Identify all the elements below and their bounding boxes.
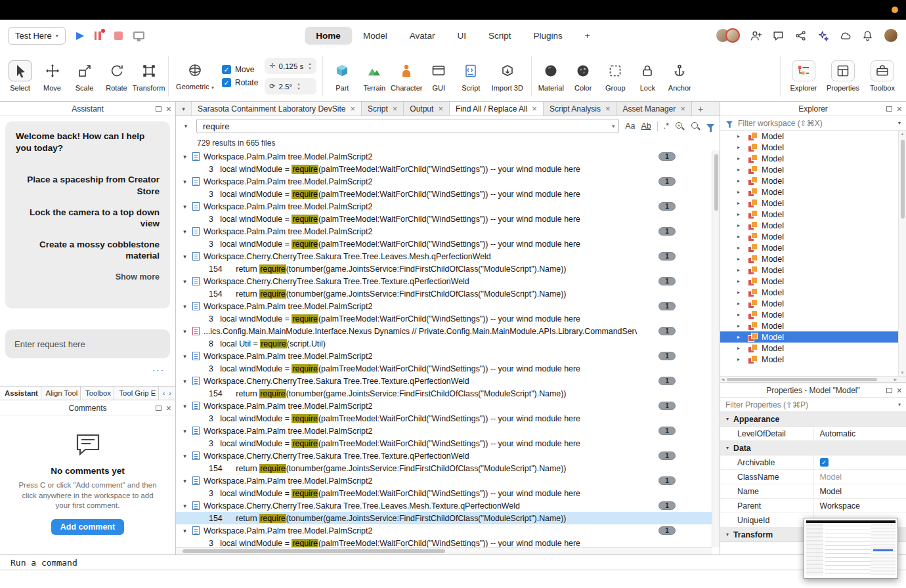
- caret-right-icon[interactable]: ▸: [737, 144, 743, 150]
- property-value[interactable]: Model: [813, 484, 906, 498]
- caret-right-icon[interactable]: ▸: [737, 289, 743, 295]
- chevron-down-icon[interactable]: ▾: [898, 120, 901, 126]
- explorer-item-model[interactable]: ▸Model: [720, 276, 898, 287]
- float-panel-icon[interactable]: [156, 406, 162, 411]
- search-result-line[interactable]: 3 local windModule = require(palmTreeMod…: [176, 312, 712, 325]
- results-vertical-scrollbar[interactable]: [712, 150, 720, 547]
- menu-tab-avatar[interactable]: Avatar: [399, 27, 446, 45]
- scroll-right-arrow[interactable]: ▶: [894, 377, 897, 383]
- lock-button[interactable]: Lock: [632, 60, 664, 92]
- caret-down-icon[interactable]: ▾: [181, 228, 188, 235]
- caret-right-icon[interactable]: ▸: [737, 312, 743, 318]
- collapse-all-results-icon[interactable]: ▾: [181, 123, 190, 129]
- insert-terrain-button[interactable]: Terrain: [358, 60, 391, 92]
- caret-down-icon[interactable]: ▾: [181, 478, 188, 484]
- explorer-horizontal-scrollbar[interactable]: ◀ ▶: [720, 376, 906, 383]
- panel-tab-tool-grip-e[interactable]: Tool Grip E: [114, 387, 158, 400]
- caret-right-icon[interactable]: ▸: [737, 245, 743, 251]
- filter-results-icon[interactable]: [706, 124, 714, 129]
- comments-panel-header[interactable]: Comments ×: [0, 401, 175, 415]
- explorer-item-model[interactable]: ▸Model: [720, 287, 898, 298]
- match-case-toggle[interactable]: Aa: [625, 121, 635, 131]
- caret-down-icon[interactable]: ▾: [181, 253, 188, 260]
- caret-down-icon[interactable]: ▾: [181, 328, 188, 335]
- caret-down-icon[interactable]: ▾: [726, 445, 729, 451]
- explorer-item-model[interactable]: ▸Model: [720, 220, 898, 231]
- close-icon[interactable]: ×: [438, 104, 443, 113]
- property-row-parent[interactable]: ParentWorkspace: [720, 499, 906, 513]
- property-row-levelofdetail[interactable]: LevelOfDetailAutomatic: [720, 427, 906, 441]
- panel-tab-align-tool[interactable]: Align Tool: [41, 387, 81, 400]
- editor-tab-output[interactable]: Output×: [404, 102, 450, 116]
- caret-right-icon[interactable]: ▸: [737, 234, 743, 240]
- search-result-line[interactable]: 8 local Util = require(script.Util): [176, 337, 712, 350]
- property-value[interactable]: Workspace: [813, 499, 906, 513]
- tool-rotate[interactable]: Rotate: [100, 60, 133, 92]
- search-result-line[interactable]: 3 local windModule = require(palmTreeMod…: [176, 213, 712, 225]
- menu-tab-model[interactable]: Model: [352, 27, 399, 45]
- assistant-suggestion[interactable]: Lock the camera to a top down view: [18, 207, 160, 230]
- explorer-panel-header[interactable]: Explorer ×: [720, 102, 906, 116]
- toggle-toolbox-button[interactable]: Toolbox: [863, 60, 902, 92]
- caret-right-icon[interactable]: ▸: [737, 267, 743, 273]
- search-result-line[interactable]: 154 return require(tonumber(game.JointsS…: [176, 512, 712, 524]
- rotate-increment-stepper[interactable]: ⟳ 2.5° ▲▼: [265, 78, 316, 94]
- float-panel-icon[interactable]: [156, 106, 162, 112]
- editor-tab-script-analysis[interactable]: Script Analysis×: [544, 102, 617, 116]
- explorer-item-model[interactable]: ▸Model: [720, 331, 898, 343]
- close-icon[interactable]: ×: [532, 104, 537, 113]
- search-result-header[interactable]: ▾Workspace.Cherry.CherryTree.Sakura Tree…: [176, 250, 712, 262]
- explorer-item-model[interactable]: ▸Model: [720, 231, 898, 242]
- invite-collaborator-icon[interactable]: [750, 30, 762, 42]
- explorer-item-model[interactable]: ▸Model: [720, 354, 898, 365]
- caret-down-icon[interactable]: ▾: [181, 178, 188, 185]
- caret-right-icon[interactable]: ▸: [737, 256, 743, 262]
- caret-right-icon[interactable]: ▸: [737, 278, 743, 284]
- search-icon[interactable]: [691, 121, 701, 131]
- editor-tab-sarasota-containment-laboratory-devsite[interactable]: Sarasota Containment Laboratory DevSite×: [192, 102, 362, 116]
- search-settings-icon[interactable]: +: [675, 121, 685, 131]
- caret-down-icon[interactable]: ▾: [181, 453, 188, 459]
- search-result-line[interactable]: 3 local windModule = require(palmTreeMod…: [176, 362, 712, 375]
- search-result-header[interactable]: ▾Workspace.Cherry.CherryTree.Sakura Tree…: [176, 375, 712, 387]
- import-3d-button[interactable]: Import 3D: [487, 60, 528, 92]
- assistant-request-input[interactable]: [5, 329, 170, 358]
- assistant-panel-header[interactable]: Assistant ×: [0, 102, 175, 116]
- search-result-header[interactable]: ▾Workspace.Palm.Palm tree.Model.PalmScri…: [176, 175, 712, 188]
- search-result-line[interactable]: 154 return require(tonumber(game.JointsS…: [176, 462, 712, 474]
- search-input[interactable]: [196, 119, 619, 133]
- snap-rotate-checkbox[interactable]: ✓ Rotate: [222, 78, 258, 87]
- search-result-line[interactable]: 154 return require(tonumber(game.JointsS…: [176, 262, 712, 275]
- share-icon[interactable]: [794, 30, 807, 42]
- show-more-link[interactable]: Show more: [116, 272, 160, 282]
- property-section-appearance[interactable]: ▾Appearance: [720, 412, 906, 427]
- window-titlebar[interactable]: [0, 0, 906, 20]
- float-panel-icon[interactable]: [886, 106, 892, 112]
- caret-right-icon[interactable]: ▸: [737, 222, 743, 228]
- insert-part-button[interactable]: Part: [326, 60, 358, 92]
- place-name-button[interactable]: Test Here ▾: [8, 27, 66, 45]
- caret-right-icon[interactable]: ▸: [737, 323, 743, 329]
- whole-word-toggle[interactable]: Ab: [641, 121, 651, 131]
- property-row-classname[interactable]: ClassNameModel: [720, 470, 906, 484]
- pause-button[interactable]: [95, 32, 104, 40]
- regex-toggle[interactable]: .*: [664, 121, 669, 131]
- search-result-header[interactable]: ▾Workspace.Cherry.CherryTree.Sakura Tree…: [176, 275, 712, 287]
- search-result-line[interactable]: 3 local windModule = require(palmTreeMod…: [176, 412, 712, 425]
- caret-right-icon[interactable]: ▸: [737, 345, 743, 351]
- notifications-bell-icon[interactable]: [861, 30, 874, 42]
- menu-tab-new[interactable]: +: [574, 27, 601, 45]
- scroll-left-arrow[interactable]: ‹: [163, 389, 165, 397]
- geometric-mode-button[interactable]: Geometric ▾: [175, 62, 215, 91]
- explorer-item-model[interactable]: ▸Model: [720, 186, 898, 198]
- search-result-header[interactable]: ▾Workspace.Palm.Palm tree.Model.PalmScri…: [176, 400, 712, 412]
- comments-icon[interactable]: [772, 30, 785, 42]
- search-result-line[interactable]: 3 local windModule = require(palmTreeMod…: [176, 437, 712, 450]
- close-icon[interactable]: ×: [897, 104, 902, 114]
- search-history-chevron-icon[interactable]: ▾: [612, 123, 615, 129]
- insert-script-button[interactable]: Script: [455, 60, 487, 92]
- caret-down-icon[interactable]: ▾: [181, 278, 188, 285]
- close-icon[interactable]: ×: [350, 104, 355, 113]
- float-panel-icon[interactable]: [886, 388, 892, 393]
- search-result-header[interactable]: ▾Workspace.Cherry.CherryTree.Sakura Tree…: [176, 499, 712, 512]
